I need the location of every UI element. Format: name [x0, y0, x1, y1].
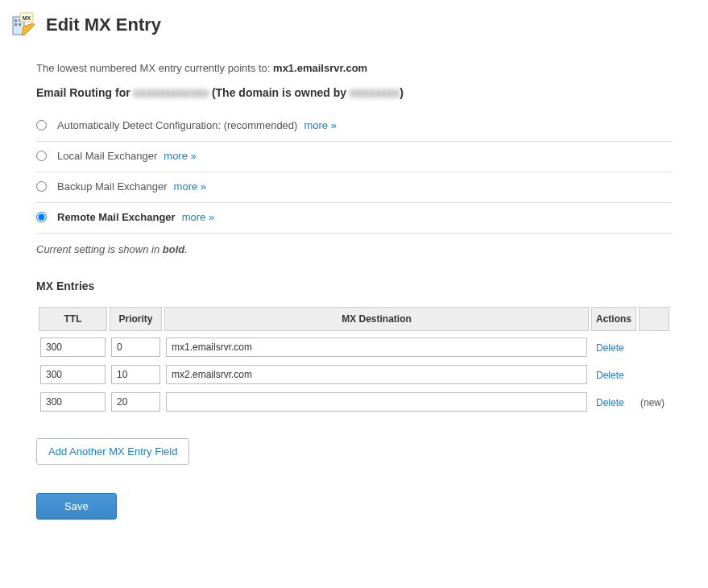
routing-domain-blurred: xxxxxxxxxxxx — [134, 86, 209, 99]
more-link-auto[interactable]: more » — [304, 119, 336, 131]
ttl-input[interactable] — [40, 392, 106, 412]
ttl-input[interactable] — [40, 365, 106, 384]
more-link-local[interactable]: more » — [164, 150, 196, 162]
table-row: Delete (new) — [39, 391, 669, 413]
radio-backup[interactable] — [36, 181, 47, 192]
th-blank — [639, 307, 669, 331]
routing-option-local[interactable]: Local Mail Exchanger more » — [36, 142, 672, 172]
routing-option-remote[interactable]: Remote Mail Exchanger more » — [36, 203, 672, 234]
radio-remote[interactable] — [36, 212, 47, 222]
ttl-input[interactable] — [40, 337, 106, 357]
priority-input[interactable] — [111, 365, 160, 384]
priority-input[interactable] — [111, 392, 160, 412]
delete-link[interactable]: Delete — [593, 397, 624, 408]
routing-header: Email Routing for xxxxxxxxxxxx (The doma… — [36, 86, 672, 99]
destination-input[interactable] — [166, 337, 587, 357]
save-button[interactable]: Save — [36, 493, 117, 520]
more-link-backup[interactable]: more » — [174, 180, 206, 193]
new-tag: (new) — [640, 397, 665, 408]
page-header: MX Edit MX Entry — [12, 12, 696, 38]
radio-auto[interactable] — [36, 120, 47, 130]
radio-remote-label: Remote Mail Exchanger — [57, 211, 176, 223]
routing-option-auto[interactable]: Automatically Detect Configuration: (rec… — [36, 111, 672, 142]
routing-owner-blurred: xxxxxxxx — [350, 86, 400, 99]
svg-rect-3 — [14, 23, 17, 26]
destination-input[interactable] — [166, 392, 587, 412]
more-link-remote[interactable]: more » — [182, 211, 214, 223]
add-mx-entry-button[interactable]: Add Another MX Entry Field — [36, 438, 189, 465]
note-bold: bold — [163, 243, 184, 255]
mx-entry-icon: MX — [12, 12, 38, 38]
routing-suffix: ) — [400, 86, 404, 99]
destination-input[interactable] — [166, 365, 587, 384]
note-suffix: . — [184, 243, 188, 255]
th-priority: Priority — [110, 307, 162, 331]
svg-rect-1 — [14, 19, 17, 22]
mx-info-target: mx1.emailsrvr.com — [273, 62, 367, 74]
current-setting-note: Current setting is shown in bold. — [36, 243, 672, 255]
delete-link[interactable]: Delete — [593, 370, 624, 381]
delete-link[interactable]: Delete — [593, 342, 624, 354]
table-row: Delete — [39, 336, 669, 358]
mx-entries-title: MX Entries — [36, 280, 672, 292]
radio-local-label: Local Mail Exchanger — [57, 150, 157, 162]
routing-middle: (The domain is owned by — [209, 86, 350, 99]
radio-local[interactable] — [36, 151, 47, 161]
th-actions: Actions — [591, 307, 636, 331]
mx-info-prefix: The lowest numbered MX entry currently p… — [36, 62, 273, 74]
routing-prefix: Email Routing for — [36, 86, 134, 99]
th-ttl: TTL — [39, 307, 107, 331]
svg-rect-4 — [19, 23, 21, 26]
svg-text:MX: MX — [23, 15, 31, 21]
priority-input[interactable] — [111, 337, 160, 357]
mx-info-line: The lowest numbered MX entry currently p… — [36, 62, 672, 74]
table-row: Delete — [39, 363, 669, 386]
th-destination: MX Destination — [164, 307, 589, 331]
radio-auto-label: Automatically Detect Configuration: (rec… — [57, 119, 297, 131]
routing-option-backup[interactable]: Backup Mail Exchanger more » — [36, 172, 672, 203]
radio-backup-label: Backup Mail Exchanger — [57, 180, 168, 193]
mx-entries-table: TTL Priority MX Destination Actions Dele… — [36, 302, 672, 418]
note-prefix: Current setting is shown in — [36, 243, 163, 255]
page-title: Edit MX Entry — [46, 14, 161, 35]
